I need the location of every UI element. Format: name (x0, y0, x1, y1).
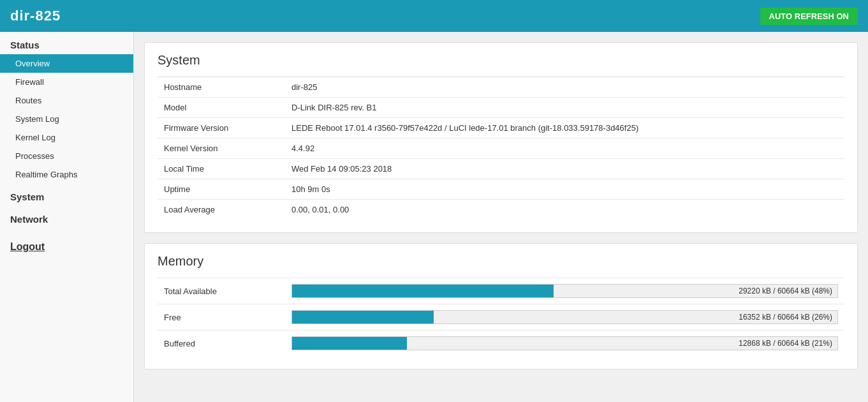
sidebar-network-label: Network (0, 206, 133, 228)
row-value: dir-825 (285, 77, 844, 98)
row-value: D-Link DIR-825 rev. B1 (285, 98, 844, 118)
sidebar-item-realtime-graphs[interactable]: Realtime Graphs (0, 165, 133, 184)
memory-card: Memory Total Available 29220 kB / 60664 … (144, 243, 858, 369)
logout-link[interactable]: Logout (0, 235, 133, 259)
sidebar-item-overview[interactable]: Overview (0, 54, 133, 73)
memory-title: Memory (158, 254, 844, 269)
row-label: Hostname (158, 77, 285, 98)
system-table: Hostnamedir-825ModelD-Link DIR-825 rev. … (158, 77, 844, 220)
row-label: Load Average (158, 200, 285, 220)
system-title: System (158, 53, 844, 68)
memory-bar-text: 16352 kB / 60664 kB (26%) (292, 313, 837, 322)
table-row: Load Average0.00, 0.01, 0.00 (158, 200, 844, 220)
row-value: Wed Feb 14 09:05:23 2018 (285, 159, 844, 179)
table-row: Uptime10h 9m 0s (158, 179, 844, 200)
sidebar-item-kernel-log[interactable]: Kernel Log (0, 128, 133, 147)
app-title: dir-825 (10, 8, 61, 24)
sidebar-status-label: Status (0, 32, 133, 54)
table-row: Local TimeWed Feb 14 09:05:23 2018 (158, 159, 844, 179)
main-content: System Hostnamedir-825ModelD-Link DIR-82… (134, 32, 868, 402)
memory-label: Buffered (164, 339, 291, 348)
memory-label: Free (164, 313, 291, 322)
table-row: Hostnamedir-825 (158, 77, 844, 98)
header: dir-825 AUTO REFRESH ON (0, 0, 868, 32)
memory-row: Free 16352 kB / 60664 kB (26%) (158, 304, 844, 330)
auto-refresh-button[interactable]: AUTO REFRESH ON (760, 8, 858, 25)
sidebar-item-firewall[interactable]: Firewall (0, 73, 133, 91)
row-value: LEDE Reboot 17.01.4 r3560-79f57e422d / L… (285, 118, 844, 138)
memory-rows: Total Available 29220 kB / 60664 kB (48%… (158, 278, 844, 356)
table-row: Firmware VersionLEDE Reboot 17.01.4 r356… (158, 118, 844, 138)
sidebar-item-processes[interactable]: Processes (0, 147, 133, 165)
table-row: ModelD-Link DIR-825 rev. B1 (158, 98, 844, 118)
memory-bar-container: 29220 kB / 60664 kB (48%) (291, 284, 838, 298)
row-label: Local Time (158, 159, 285, 179)
memory-bar-text: 29220 kB / 60664 kB (48%) (292, 287, 837, 295)
sidebar-system-label: System (0, 184, 133, 206)
row-label: Kernel Version (158, 138, 285, 159)
row-label: Model (158, 98, 285, 118)
table-row: Kernel Version4.4.92 (158, 138, 844, 159)
memory-bar-container: 16352 kB / 60664 kB (26%) (291, 310, 838, 324)
row-value: 10h 9m 0s (285, 179, 844, 200)
sidebar-item-system-log[interactable]: System Log (0, 110, 133, 128)
sidebar-item-routes[interactable]: Routes (0, 91, 133, 110)
row-label: Uptime (158, 179, 285, 200)
memory-label: Total Available (164, 287, 291, 296)
memory-bar-text: 12868 kB / 60664 kB (21%) (292, 339, 837, 348)
memory-row: Total Available 29220 kB / 60664 kB (48%… (158, 278, 844, 304)
memory-row: Buffered 12868 kB / 60664 kB (21%) (158, 330, 844, 356)
row-label: Firmware Version (158, 118, 285, 138)
memory-bar-container: 12868 kB / 60664 kB (21%) (291, 336, 838, 350)
row-value: 0.00, 0.01, 0.00 (285, 200, 844, 220)
system-card: System Hostnamedir-825ModelD-Link DIR-82… (144, 42, 858, 233)
sidebar: Status Overview Firewall Routes System L… (0, 32, 134, 402)
row-value: 4.4.92 (285, 138, 844, 159)
